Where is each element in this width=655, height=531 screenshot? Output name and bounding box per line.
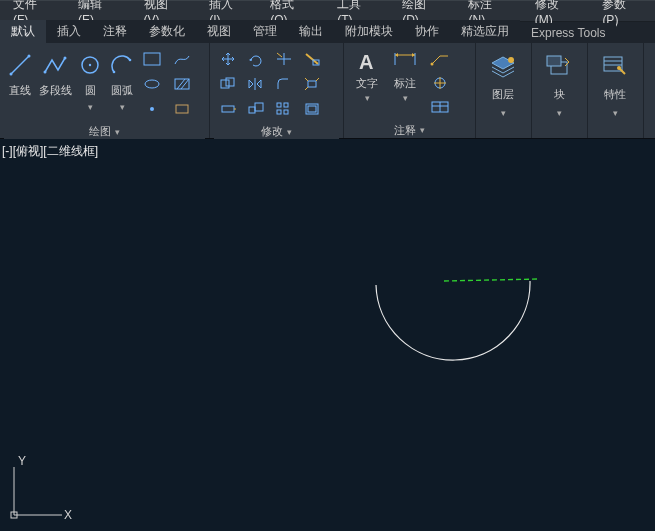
- svg-point-53: [617, 66, 621, 70]
- arc-entity[interactable]: [376, 281, 530, 360]
- svg-rect-27: [222, 106, 234, 112]
- dimension-icon: [391, 49, 419, 74]
- offset-button[interactable]: [300, 99, 324, 119]
- block-button[interactable]: 块 ▾: [536, 47, 582, 122]
- chevron-down-icon: ▾: [613, 108, 618, 118]
- svg-rect-49: [547, 56, 561, 66]
- mirror-button[interactable]: [244, 74, 268, 94]
- spline-button[interactable]: [170, 49, 194, 69]
- panel-draw: 直线 多段线 圆 ▾ 圆弧 ▾: [0, 43, 210, 138]
- line-button[interactable]: 直线: [4, 47, 36, 119]
- svg-point-14: [150, 107, 154, 111]
- ucs-y-label: Y: [18, 454, 26, 468]
- trim-button[interactable]: [272, 49, 296, 69]
- text-button[interactable]: A 文字 ▾: [348, 47, 386, 103]
- region-button[interactable]: [170, 99, 194, 119]
- svg-line-12: [177, 79, 185, 89]
- chevron-down-icon: ▾: [120, 102, 125, 112]
- hatch-button[interactable]: [170, 74, 194, 94]
- explode-button[interactable]: [300, 74, 324, 94]
- ucs-icon: Y X: [6, 453, 76, 523]
- panel-layers-title: [480, 122, 527, 138]
- panel-blocks-title: [536, 122, 583, 138]
- stretch-button[interactable]: [216, 99, 240, 119]
- drawing-canvas[interactable]: [-][俯视][二维线框] Y X: [0, 139, 655, 531]
- chevron-down-icon: ▾: [287, 127, 292, 137]
- scale-button[interactable]: [244, 99, 268, 119]
- tab-insert[interactable]: 插入: [46, 20, 92, 43]
- tab-manage[interactable]: 管理: [242, 20, 288, 43]
- panel-modify-title[interactable]: 修改 ▾: [214, 124, 339, 139]
- arc-button[interactable]: 圆弧 ▾: [106, 47, 138, 119]
- panel-layers: 图层 ▾: [476, 43, 532, 138]
- polyline-button[interactable]: 多段线: [36, 47, 74, 119]
- panel-annotation-title[interactable]: 注释 ▾: [348, 122, 471, 138]
- modify-tools-grid: [214, 47, 328, 124]
- properties-button[interactable]: 特性 ▾: [592, 47, 638, 122]
- svg-line-19: [306, 54, 318, 64]
- svg-point-4: [64, 57, 67, 60]
- tab-express-tools[interactable]: Express Tools: [520, 23, 616, 43]
- centermark-button[interactable]: [428, 73, 452, 93]
- line-icon: [6, 51, 34, 79]
- svg-rect-9: [144, 53, 160, 65]
- svg-point-3: [44, 71, 47, 74]
- layers-button[interactable]: 图层 ▾: [480, 47, 526, 122]
- text-label: 文字: [356, 76, 378, 91]
- tab-default[interactable]: 默认: [0, 20, 46, 43]
- table-button[interactable]: [428, 97, 452, 117]
- svg-point-2: [28, 55, 31, 58]
- menu-bar: 文件(F) 编辑(E) 视图(V) 插入(I) 格式(O) 工具(T) 绘图(D…: [0, 0, 655, 22]
- drawing-svg: [0, 139, 655, 531]
- chevron-down-icon: ▾: [420, 125, 425, 135]
- erase-button[interactable]: [300, 49, 324, 69]
- circle-button[interactable]: 圆 ▾: [74, 47, 106, 119]
- panel-annotation: A 文字 ▾ 标注 ▾ 注释 ▾: [344, 43, 476, 138]
- point-button[interactable]: [140, 99, 164, 119]
- svg-point-1: [10, 73, 13, 76]
- block-label: 块: [554, 87, 565, 102]
- draw-small-tools: [138, 47, 200, 124]
- move-button[interactable]: [216, 49, 240, 69]
- svg-rect-29: [255, 103, 263, 111]
- tab-view[interactable]: 视图: [196, 20, 242, 43]
- tab-annotate[interactable]: 注释: [92, 20, 138, 43]
- tab-output[interactable]: 输出: [288, 20, 334, 43]
- svg-rect-28: [249, 107, 255, 113]
- tab-collab[interactable]: 协作: [404, 20, 450, 43]
- ribbon: 直线 多段线 圆 ▾ 圆弧 ▾: [0, 43, 655, 139]
- properties-icon: [601, 53, 629, 81]
- dimension-button[interactable]: 标注 ▾: [386, 47, 424, 103]
- tab-addins[interactable]: 附加模块: [334, 20, 404, 43]
- svg-line-26: [305, 87, 308, 90]
- leader-button[interactable]: [428, 49, 452, 69]
- panel-blocks: 块 ▾: [532, 43, 588, 138]
- svg-rect-33: [284, 110, 288, 114]
- copy-button[interactable]: [216, 74, 240, 94]
- rotate-button[interactable]: [244, 49, 268, 69]
- svg-text:A: A: [359, 51, 373, 73]
- array-button[interactable]: [272, 99, 296, 119]
- circle-label: 圆: [85, 83, 96, 98]
- text-icon: A: [353, 49, 381, 74]
- panel-modify: 修改 ▾: [210, 43, 344, 138]
- svg-rect-30: [277, 103, 281, 107]
- svg-rect-35: [308, 106, 316, 112]
- rectangle-button[interactable]: [140, 49, 164, 69]
- tab-parametric[interactable]: 参数化: [138, 20, 196, 43]
- svg-rect-15: [176, 105, 188, 113]
- arc-label: 圆弧: [111, 83, 133, 98]
- ucs-x-label: X: [64, 508, 72, 522]
- chevron-down-icon: ▾: [88, 102, 93, 112]
- annotation-small-tools: [424, 47, 456, 122]
- svg-line-25: [316, 78, 319, 81]
- chevron-down-icon: ▾: [501, 108, 506, 118]
- chevron-down-icon: ▾: [403, 93, 408, 103]
- panel-draw-title[interactable]: 绘图 ▾: [4, 124, 205, 139]
- svg-point-40: [431, 63, 434, 66]
- line-label: 直线: [9, 83, 31, 98]
- ellipse-button[interactable]: [140, 74, 164, 94]
- svg-rect-21: [221, 80, 229, 88]
- tab-featured[interactable]: 精选应用: [450, 20, 520, 43]
- fillet-button[interactable]: [272, 74, 296, 94]
